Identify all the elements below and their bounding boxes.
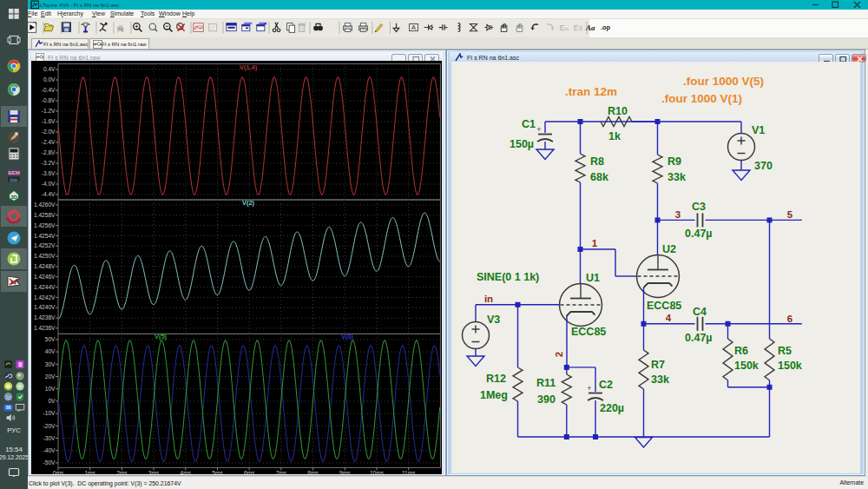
svg-text:.tran 12m: .tran 12m (565, 85, 617, 98)
svg-text:SINE(0 1 1k): SINE(0 1 1k) (477, 271, 539, 283)
svg-text:1.4236V: 1.4236V (34, 325, 56, 331)
svg-text:-50V: -50V (43, 459, 56, 466)
svg-text:370: 370 (754, 160, 773, 172)
svg-text:-1.2V: -1.2V (42, 108, 56, 114)
svg-text:1.4240V: 1.4240V (34, 304, 56, 310)
svg-text:4: 4 (666, 313, 672, 323)
svg-text:1.4250V: 1.4250V (34, 253, 56, 259)
svg-text:1.4244V: 1.4244V (34, 284, 56, 290)
svg-text:1.4246V: 1.4246V (34, 274, 56, 280)
svg-text:1.4242V: 1.4242V (34, 294, 56, 301)
svg-text:BEM: BEM (8, 170, 19, 175)
svg-text:6: 6 (787, 314, 792, 324)
svg-text:2: 2 (554, 352, 564, 357)
svg-text:LT: LT (11, 280, 17, 285)
svg-text:R8: R8 (590, 155, 604, 168)
svg-text:1ms: 1ms (84, 470, 95, 475)
svg-text:40V: 40V (45, 348, 56, 354)
svg-text:C4: C4 (693, 306, 707, 318)
svg-text:68k: 68k (590, 171, 608, 183)
svg-text:10V: 10V (45, 386, 56, 392)
svg-text:220µ: 220µ (600, 402, 624, 414)
svg-text:-4.4V: -4.4V (42, 191, 56, 197)
svg-text:in: in (484, 294, 493, 304)
svg-text:ECC85: ECC85 (647, 300, 681, 312)
svg-text:V(2): V(2) (242, 199, 255, 207)
svg-text:U1: U1 (586, 272, 600, 284)
svg-text:1.4248V: 1.4248V (34, 263, 56, 269)
svg-text:150µ: 150µ (510, 138, 534, 150)
svg-text:1Meg: 1Meg (480, 389, 508, 401)
svg-text:+: + (536, 125, 541, 134)
svg-text:1k: 1k (608, 130, 621, 142)
svg-text:33k: 33k (651, 373, 669, 386)
svg-text:.four 1000 V(5): .four 1000 V(5) (683, 75, 764, 88)
svg-text:R9: R9 (667, 155, 681, 168)
svg-text:R10: R10 (608, 105, 628, 117)
svg-text:30V: 30V (45, 361, 56, 367)
svg-text:-1.6V: -1.6V (42, 118, 56, 124)
svg-text:ECC85: ECC85 (571, 326, 606, 338)
svg-text:390: 390 (537, 393, 556, 406)
svg-text:15:54: 15:54 (5, 446, 23, 453)
svg-text:C2: C2 (599, 379, 613, 391)
svg-text:11ms: 11ms (402, 470, 416, 475)
svg-text:3: 3 (675, 209, 681, 220)
svg-text:50V: 50V (45, 336, 56, 342)
svg-text:-2.0V: -2.0V (42, 129, 56, 135)
svg-text:.op: .op (601, 23, 611, 31)
svg-text:V(1,4): V(1,4) (240, 63, 258, 71)
svg-text:0.0V: 0.0V (43, 76, 56, 83)
svg-text:0V: 0V (48, 398, 56, 404)
svg-text:+: + (587, 384, 591, 393)
svg-text:2ms: 2ms (116, 470, 128, 475)
svg-text:1.4260V: 1.4260V (34, 202, 56, 208)
svg-text:V(5): V(5) (155, 333, 168, 340)
svg-text:7ms: 7ms (276, 470, 287, 475)
svg-text:5ms: 5ms (212, 470, 223, 475)
svg-text:-20V: -20V (43, 423, 56, 429)
svg-text:1.4258V: 1.4258V (34, 212, 56, 218)
svg-text:1.4252V: 1.4252V (34, 242, 56, 248)
svg-text:3ms: 3ms (148, 470, 160, 475)
svg-text:-0.8V: -0.8V (42, 97, 56, 103)
svg-text:29.12.2025: 29.12.2025 (0, 454, 28, 460)
svg-text:-0.4V: -0.4V (42, 87, 56, 93)
svg-text:-40V: -40V (43, 447, 56, 453)
svg-text:0.47µ: 0.47µ (685, 332, 713, 344)
svg-text:150k: 150k (778, 360, 802, 372)
svg-text:9ms: 9ms (339, 470, 351, 475)
svg-text:0.4V: 0.4V (43, 66, 56, 72)
svg-text:4ms: 4ms (181, 470, 192, 475)
svg-text:LTspice XVII - FI s RN na 6n1.: LTspice XVII - FI s RN na 6n1.asc (40, 2, 119, 8)
svg-text:R11: R11 (536, 377, 556, 389)
svg-text:10ms: 10ms (370, 470, 385, 475)
svg-text:0.47µ: 0.47µ (685, 228, 713, 240)
svg-text:-2.4V: -2.4V (42, 139, 56, 145)
svg-text:1.4254V: 1.4254V (34, 233, 56, 239)
svg-text:-4.0V: -4.0V (42, 181, 56, 187)
svg-text:1.4256V: 1.4256V (34, 222, 56, 228)
svg-text:R5: R5 (778, 345, 792, 357)
svg-text:R7: R7 (651, 359, 665, 371)
svg-text:A: A (411, 23, 416, 31)
svg-text:.four 1000 V(1): .four 1000 V(1) (661, 92, 742, 105)
svg-text:150k: 150k (734, 360, 759, 372)
svg-text:U2: U2 (662, 243, 676, 255)
svg-text:R12: R12 (486, 373, 506, 385)
svg-text:C3: C3 (692, 201, 706, 213)
svg-text:Aa: Aa (585, 23, 595, 32)
svg-text:-2.8V: -2.8V (42, 149, 56, 155)
svg-text:EƎ: EƎ (574, 24, 582, 32)
svg-text:3D: 3D (10, 195, 17, 200)
svg-text:1.4238V: 1.4238V (34, 314, 56, 320)
svg-text:-3.6V: -3.6V (42, 170, 56, 176)
svg-text:V(6): V(6) (341, 333, 354, 340)
svg-text:РУС: РУС (7, 426, 21, 434)
svg-text:kte: kte (10, 177, 18, 182)
svg-text:-30V: -30V (43, 435, 56, 441)
svg-text:33k: 33k (667, 171, 686, 183)
svg-text:-3.2V: -3.2V (42, 160, 56, 166)
svg-text:V1: V1 (752, 124, 765, 136)
svg-text:R6: R6 (734, 345, 748, 357)
